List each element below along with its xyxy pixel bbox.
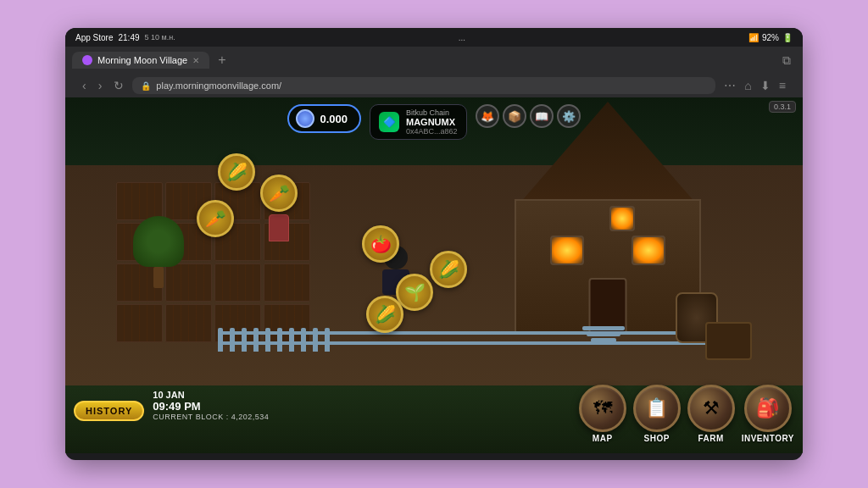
crop-icon-3[interactable]: 🥕	[197, 200, 234, 237]
plot-cell[interactable]	[214, 263, 261, 302]
browser-chrome: Morning Moon Village ✕ + ⧉ ‹ › ↻ 🔒 play.…	[65, 47, 803, 97]
status-right: 📶 92% 🔋	[748, 33, 793, 42]
farm-label: FARM	[698, 434, 724, 443]
top-hud: 0.000 🔷 Bitkub Chain MAGNUMX 0x4ABC...a8…	[65, 104, 803, 140]
house-steps	[582, 326, 625, 343]
hud-icons: 🦊 📦 📖 ⚙️	[476, 104, 581, 128]
step	[582, 326, 625, 330]
house-door[interactable]	[589, 278, 627, 333]
crop-icon-5[interactable]: 🌽	[430, 251, 467, 288]
plot-cell[interactable]	[116, 304, 163, 342]
crate	[705, 322, 752, 360]
wifi-icon: 📶	[748, 33, 759, 42]
inventory-label: INveNToRY	[742, 434, 794, 443]
avatar-icon[interactable]: 🦊	[476, 104, 499, 128]
bottom-nav: 🗺 MAP 📋 SHOP ⚒ FARM 🎒 INveNToRY	[579, 385, 794, 446]
time-text: 09:49 PM	[153, 400, 269, 413]
battery-text: 92%	[762, 33, 779, 42]
mailbox[interactable]	[269, 214, 289, 241]
wallet-name: MAGNUMX	[406, 117, 458, 127]
map-label: MAP	[593, 434, 613, 443]
fence	[218, 326, 752, 352]
step	[587, 332, 620, 336]
app-store-label: App Store	[75, 33, 113, 42]
url-field[interactable]: 🔒 play.morningmoonvillage.com/	[132, 77, 715, 94]
plot-cell[interactable]	[116, 182, 163, 220]
lock-icon: 🔒	[141, 81, 151, 91]
crop-icon-1[interactable]: 🌽	[218, 153, 255, 191]
book-icon[interactable]: 📖	[530, 104, 554, 128]
browser-window: App Store 21:49 5 10 м.н. ... 📶 92% 🔋 Mo…	[65, 28, 803, 460]
back-button[interactable]: ‹	[79, 77, 90, 94]
restore-button[interactable]: ⧉	[777, 53, 796, 68]
tab-title: Morning Moon Village	[97, 55, 187, 65]
inventory-icon: 🎒	[744, 385, 792, 432]
status-dots: ...	[459, 33, 465, 42]
block-text: CURRENT BLOCK : 4,202,534	[153, 413, 269, 421]
crop-icon-4[interactable]: 🍅	[362, 225, 399, 263]
nav-map[interactable]: 🗺 MAP	[579, 385, 626, 443]
address-bar: ‹ › ↻ 🔒 play.morningmoonvillage.com/ ⋯ ⌂…	[72, 74, 796, 97]
wallet-address: 0x4ABC...a862	[406, 127, 458, 136]
download-button[interactable]: ⬇	[757, 77, 774, 94]
bitkub-logo: 🔷	[379, 112, 399, 132]
new-tab-button[interactable]: +	[213, 53, 231, 68]
date-text: 10 JAN	[153, 390, 269, 400]
tab-close-button[interactable]: ✕	[192, 56, 199, 65]
nav-inventory[interactable]: 🎒 INveNToRY	[742, 385, 794, 443]
fence-rail-bottom	[218, 341, 752, 345]
status-left: App Store 21:49 5 10 м.н.	[75, 33, 175, 42]
tree-top	[133, 216, 184, 267]
wallet-info[interactable]: 🔷 Bitkub Chain MAGNUMX 0x4ABC...a862	[370, 104, 467, 140]
fence-rail-top	[218, 331, 752, 335]
status-bar: App Store 21:49 5 10 м.н. ... 📶 92% 🔋	[65, 28, 803, 47]
info-bar: HISTORY 10 JAN 09:49 PM CURRENT BLOCK : …	[65, 385, 803, 453]
date-info: 10 JAN 09:49 PM CURRENT BLOCK : 4,202,53…	[153, 390, 269, 421]
active-tab[interactable]: Morning Moon Village ✕	[72, 52, 209, 69]
tree	[133, 216, 184, 284]
plot-cell[interactable]	[165, 304, 212, 342]
coin-display: 0.000	[287, 104, 361, 133]
game-area: 🌽 🥕 🥕 🍅 🌽 🌱 🌽 0.000 🔷 Bitkub Chain MAGNU…	[65, 97, 803, 453]
refresh-button[interactable]: ↻	[110, 77, 127, 94]
farm-icon: ⚒	[687, 385, 735, 432]
wallet-text: Bitkub Chain MAGNUMX 0x4ABC...a862	[406, 108, 458, 136]
tree-trunk	[153, 267, 164, 288]
version-badge: 0.3.1	[769, 101, 796, 113]
toolbar-right: ⋯ ⌂ ⬇ ≡	[721, 77, 789, 94]
house-body	[515, 199, 701, 335]
settings-icon[interactable]: ⚙️	[557, 104, 581, 128]
shop-label: SHOP	[644, 434, 670, 443]
nav-farm[interactable]: ⚒ FARM	[687, 385, 735, 443]
url-text: play.morningmoonvillage.com/	[156, 80, 281, 91]
status-signal: 5 10 м.н.	[145, 33, 175, 42]
crop-icon-7[interactable]: 🌽	[366, 296, 403, 333]
crop-icon-2[interactable]: 🥕	[260, 175, 298, 212]
ellipsis-button[interactable]: ⋯	[721, 77, 739, 94]
wallet-chain: Bitkub Chain	[406, 108, 458, 117]
battery-icon: 🔋	[782, 33, 793, 42]
plot-cell[interactable]	[264, 263, 310, 302]
step	[591, 338, 616, 342]
menu-button[interactable]: ≡	[776, 77, 789, 94]
tab-bar: Morning Moon Village ✕ + ⧉	[72, 52, 796, 69]
tab-favicon	[82, 55, 92, 65]
coin-amount: 0.000	[320, 113, 348, 125]
house-window-right	[632, 236, 665, 265]
nav-shop[interactable]: 📋 SHOP	[633, 385, 681, 443]
forward-button[interactable]: ›	[95, 77, 106, 94]
home-button[interactable]: ⌂	[741, 77, 754, 94]
coin-icon	[296, 109, 314, 128]
chest-icon[interactable]: 📦	[503, 104, 526, 128]
house-window-left	[550, 236, 584, 265]
map-icon: 🗺	[579, 385, 626, 432]
shop-icon: 📋	[633, 385, 681, 432]
status-time: 21:49	[118, 33, 139, 42]
house-window-top	[609, 206, 635, 231]
history-button[interactable]: HISTORY	[74, 401, 144, 421]
